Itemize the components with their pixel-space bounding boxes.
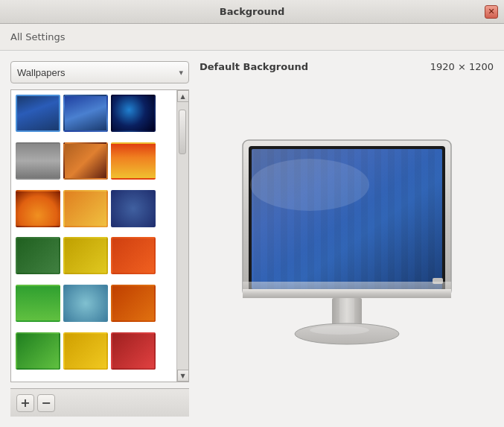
wallpaper-thumb-4[interactable]: [63, 142, 108, 180]
wallpaper-grid-wrapper: ▲ ▼: [10, 89, 189, 382]
wallpaper-thumb-10[interactable]: [63, 237, 108, 274]
bottom-bar: + −: [10, 388, 189, 417]
wallpaper-thumb-8[interactable]: [111, 190, 156, 227]
scrollbar[interactable]: ▲ ▼: [176, 90, 188, 382]
wallpaper-grid: [11, 90, 176, 382]
scroll-up-button[interactable]: ▲: [177, 90, 189, 102]
wallpaper-thumb-6[interactable]: [16, 190, 60, 227]
wallpaper-thumb-15[interactable]: [16, 332, 60, 370]
wallpaper-thumb-3[interactable]: [16, 142, 60, 180]
wallpaper-thumb-7[interactable]: [63, 190, 108, 227]
title-bar: Background ✕: [0, 0, 504, 24]
close-button[interactable]: ✕: [485, 5, 498, 19]
svg-rect-15: [243, 289, 451, 298]
preview-header: Default Background 1920 × 1200: [200, 61, 494, 72]
svg-point-13: [310, 326, 369, 335]
right-panel: Default Background 1920 × 1200: [200, 61, 494, 417]
category-dropdown[interactable]: Wallpapers Colors Pictures Folder: [10, 61, 189, 83]
main-content: Wallpapers Colors Pictures Folder ▾ ▲ ▼ …: [0, 51, 504, 427]
left-panel: Wallpapers Colors Pictures Folder ▾ ▲ ▼ …: [10, 61, 189, 417]
wallpaper-thumb-1[interactable]: [63, 95, 108, 132]
monitor-svg: [220, 133, 473, 364]
preview-title: Default Background: [200, 61, 308, 72]
resolution-label: 1920 × 1200: [430, 61, 494, 72]
wallpaper-thumb-2[interactable]: [111, 95, 156, 132]
wallpaper-thumb-5[interactable]: [111, 142, 156, 180]
wallpaper-thumb-0[interactable]: [16, 95, 60, 132]
wallpaper-thumb-13[interactable]: [63, 285, 108, 322]
wallpaper-thumb-14[interactable]: [111, 285, 156, 322]
wallpaper-thumb-17[interactable]: [111, 332, 156, 370]
scroll-track[interactable]: [177, 102, 188, 370]
svg-point-7: [250, 159, 369, 211]
scroll-down-button[interactable]: ▼: [177, 370, 189, 382]
breadcrumb-bar: All Settings: [0, 24, 504, 51]
add-wallpaper-button[interactable]: +: [16, 394, 34, 412]
wallpaper-thumb-9[interactable]: [16, 237, 60, 274]
scroll-thumb[interactable]: [179, 110, 186, 154]
window-title: Background: [220, 6, 285, 17]
monitor-preview: [200, 80, 494, 417]
wallpaper-thumb-11[interactable]: [111, 237, 156, 274]
breadcrumb[interactable]: All Settings: [10, 31, 66, 42]
category-dropdown-wrapper: Wallpapers Colors Pictures Folder ▾: [10, 61, 189, 83]
wallpaper-thumb-12[interactable]: [16, 285, 60, 322]
wallpaper-thumb-16[interactable]: [63, 332, 108, 370]
remove-wallpaper-button[interactable]: −: [37, 394, 55, 412]
